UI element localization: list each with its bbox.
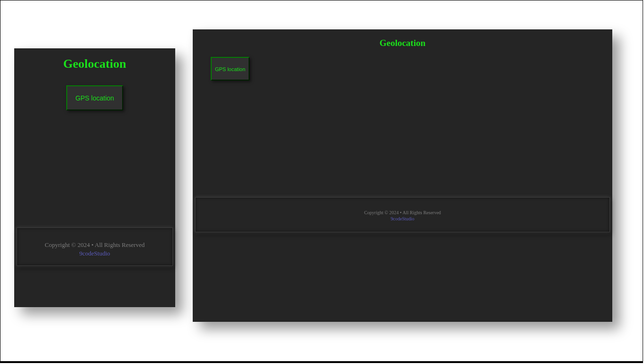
- footer-copyright: Copyright © 2024 • All Rights Reserved: [196, 210, 609, 215]
- page-title: Geolocation: [14, 57, 175, 71]
- geolocation-panel-desktop: Geolocation GPS location Copyright © 202…: [193, 29, 612, 322]
- footer-link[interactable]: 9codeStudio: [196, 216, 609, 221]
- page-title: Geolocation: [193, 38, 612, 48]
- geolocation-panel-mobile: Geolocation GPS location Copyright © 202…: [14, 48, 175, 307]
- footer-copyright: Copyright © 2024 • All Rights Reserved: [17, 241, 172, 249]
- footer: Copyright © 2024 • All Rights Reserved 9…: [195, 197, 610, 232]
- gps-location-button[interactable]: GPS location: [66, 85, 123, 110]
- footer: Copyright © 2024 • All Rights Reserved 9…: [17, 228, 173, 266]
- gps-location-button[interactable]: GPS location: [211, 57, 250, 81]
- footer-link[interactable]: 9codeStudio: [17, 250, 172, 257]
